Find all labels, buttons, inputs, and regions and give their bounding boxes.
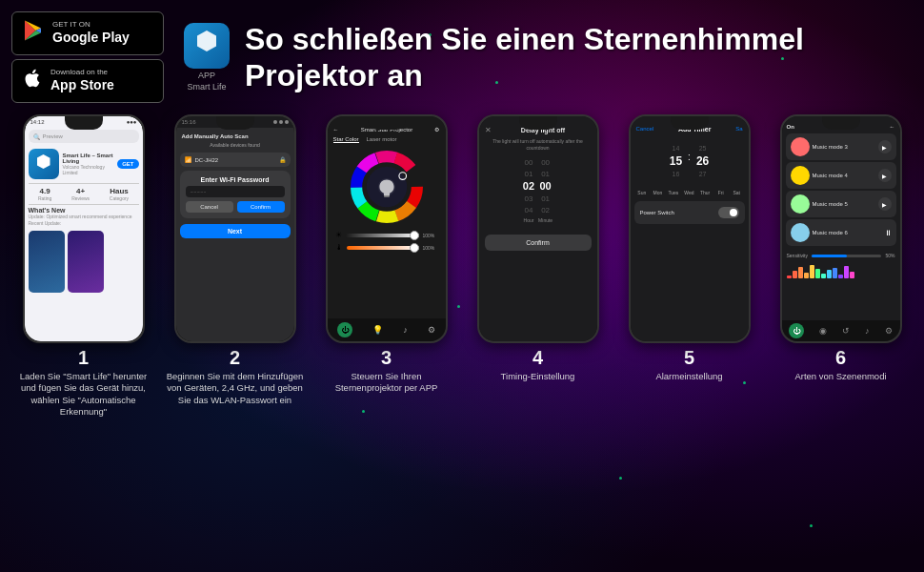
mode-name-5: Music mode 5 [813, 201, 875, 207]
play-btn-4[interactable]: ▶ [878, 169, 892, 182]
screen1: 14:12 ●●● 🔍 Preview Smart Life – Smart L… [25, 116, 143, 341]
s1-app-row: Smart Life – Smart Living Volcano Techno… [25, 145, 143, 183]
step-desc-5: Alarmeinstellung [655, 371, 722, 382]
phone-notch-6 [822, 116, 860, 130]
s6-mode-3: Music mode 3 ▶ [786, 133, 896, 160]
phone-column-5: Cancel Add Timer Sa 14 15 16 : 25 [617, 114, 762, 382]
color-icon: 🌡 [335, 243, 343, 252]
s3-settings-icon[interactable]: ⚙ [428, 325, 435, 335]
bar-6 [815, 269, 820, 278]
s5-day-tue[interactable]: Tues [667, 190, 680, 195]
s6-power-on[interactable]: ⏻ [789, 323, 804, 338]
s2-wifi-list: 📶 DC-JH22 🔒 [180, 153, 291, 167]
s6-sens-track[interactable] [812, 255, 881, 257]
s5-day-mon[interactable]: Mon [651, 190, 664, 195]
s5-day-thu[interactable]: Thur [698, 190, 712, 195]
s6-scene-icon[interactable]: ↺ [842, 326, 850, 336]
s3-brightness-thumb [410, 231, 419, 240]
google-play-sublabel: GET IT ON [52, 21, 130, 30]
s4-hour-column: 00 01 02 03 04 Hour [523, 158, 534, 223]
mode-dot-5 [791, 194, 810, 214]
s4-subtitle: The light will turn off automatically af… [479, 138, 597, 154]
s5-day-sun[interactable]: Sun [635, 190, 649, 195]
s6-bars [782, 261, 900, 278]
app-label-top: APP [198, 71, 215, 80]
step-number-2: 2 [230, 347, 240, 369]
s2-cancel-btn[interactable]: Cancel [186, 201, 233, 213]
s3-color-wheel[interactable] [328, 147, 446, 227]
s4-close-btn[interactable]: ✕ [485, 126, 492, 134]
step-desc-6: Arten von Szenenmodi [794, 371, 886, 382]
s3-color-track [347, 246, 419, 250]
s1-get-button[interactable]: GET [117, 159, 138, 169]
bar-8 [827, 270, 832, 278]
s4-confirm-btn[interactable]: Confirm [485, 235, 592, 251]
s4-picker: 00 01 02 03 04 Hour 00 01 00 01 02 [479, 154, 597, 227]
s5-hour-col: 14 15 16 [670, 144, 682, 178]
s5-power-toggle[interactable] [718, 207, 739, 218]
s2-subtitle: Available devices found [176, 142, 294, 151]
mode-dot-3 [791, 137, 810, 156]
status-dot-3 [285, 120, 289, 124]
google-play-badge[interactable]: GET IT ON Google Play [11, 11, 164, 55]
s3-light-icon[interactable]: 💡 [372, 325, 383, 335]
phone-mockup-2: 15:16 Add Manually Auto Scan Available d… [174, 114, 296, 343]
s2-next-button[interactable]: Next [180, 224, 291, 238]
phone-notch-4 [519, 116, 557, 130]
screen6: On ← Music mode 3 ▶ Music mode 4 ▶ [782, 116, 900, 341]
step-number-6: 6 [835, 347, 846, 369]
phone-column-3: ← Smart Star Projector ⚙ Star Color Lase… [314, 114, 459, 395]
mode-dot-6 [791, 223, 810, 242]
phone-notch-2 [216, 116, 254, 130]
s3-bottom-bar: ⏻ 💡 ♪ ⚙ [328, 318, 446, 341]
s6-gear-icon[interactable]: ⚙ [885, 326, 893, 336]
pause-btn-6[interactable]: ⏸ [884, 229, 892, 237]
s2-confirm-btn[interactable]: Confirm [237, 201, 285, 213]
step-number-4: 4 [532, 347, 543, 369]
s3-music-icon[interactable]: ♪ [403, 325, 408, 335]
s3-tab-laser[interactable]: Laser motor [367, 136, 397, 143]
s1-search-bar[interactable]: 🔍 Preview [29, 130, 139, 143]
app-label-bottom: Smart Life [187, 82, 226, 92]
phone-column-2: 15:16 Add Manually Auto Scan Available d… [163, 114, 308, 406]
app-store-badge[interactable]: Download on the App Store [11, 59, 164, 103]
s2-password-input[interactable]: ············ [186, 186, 285, 197]
s3-brightness-slider[interactable]: ☀ 100% [335, 231, 438, 239]
phone-mockup-5: Cancel Add Timer Sa 14 15 16 : 25 [629, 114, 751, 343]
bar-4 [804, 273, 809, 278]
play-btn-5[interactable]: ▶ [878, 197, 892, 211]
s6-mode-icon[interactable]: ◉ [819, 326, 827, 336]
s6-music-icon[interactable]: ♪ [865, 326, 870, 336]
s5-cancel-btn[interactable]: Cancel [636, 126, 654, 133]
bar-3 [798, 267, 803, 278]
hour-label: Hour [524, 217, 534, 223]
step-desc-1: Laden Sie "Smart Life" herunter und füge… [14, 371, 152, 418]
s1-app-icon [29, 149, 59, 179]
s1-thumb-1 [29, 231, 65, 293]
brightness-icon: ☀ [335, 231, 342, 239]
step-desc-2: Beginnen Sie mit dem Hinzufügen von Gerä… [166, 371, 304, 406]
bar-7 [821, 274, 826, 278]
s5-day-wed[interactable]: Wed [682, 190, 695, 195]
phone-column-4: ✕ Delay light off The light will turn of… [466, 114, 611, 382]
s1-thumb-2 [68, 231, 104, 293]
play-btn-3[interactable]: ▶ [878, 140, 892, 153]
s1-app-info: Smart Life – Smart Living Volcano Techno… [63, 153, 114, 175]
s2-header: Add Manually Auto Scan [176, 128, 294, 142]
s3-tab-color[interactable]: Star Color [333, 136, 359, 143]
screen5: Cancel Add Timer Sa 14 15 16 : 25 [631, 116, 749, 341]
status-dot-1 [273, 120, 277, 124]
s3-color-slider[interactable]: 🌡 100% [335, 243, 438, 252]
s3-power-icon[interactable]: ⏻ [337, 322, 352, 337]
s1-category: Haus Category [110, 187, 129, 201]
app-icon [184, 23, 230, 69]
s5-day-fri[interactable]: Fri [714, 190, 728, 195]
status-dot-2 [279, 120, 283, 124]
s5-minute-col: 25 26 27 [696, 144, 709, 178]
s5-day-sat[interactable]: Sat [730, 190, 743, 195]
s5-save-btn[interactable]: Sa [735, 126, 742, 133]
top-section: GET IT ON Google Play Download on the Ap… [0, 0, 924, 111]
app-store-label: App Store [50, 77, 114, 93]
s1-age: 4+ Reviews [71, 187, 90, 201]
s6-mode-5: Music mode 5 ▶ [786, 191, 896, 217]
